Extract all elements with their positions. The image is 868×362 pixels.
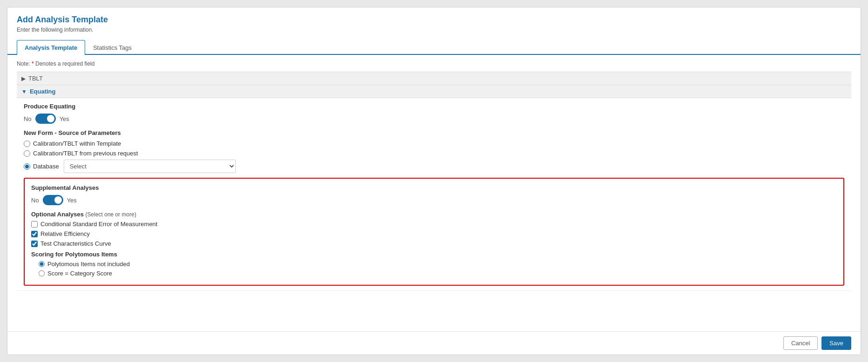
database-row: Database Select — [24, 160, 844, 173]
optional-analyses-sublabel: (Select one or more) — [86, 211, 136, 218]
equating-section-header[interactable]: ▼ Equating — [17, 85, 851, 98]
database-radio-label: Database — [33, 163, 59, 170]
equating-section-content: Produce Equating No Yes New Form - Sourc… — [17, 98, 851, 291]
supplemental-toggle-row: No Yes — [31, 195, 837, 205]
tblt-section-header[interactable]: ▶ TBLT — [17, 72, 851, 85]
radio-database[interactable]: Database — [24, 163, 59, 170]
scoring-label: Scoring for Polytomous Items — [31, 251, 837, 258]
tab-statistics-tags[interactable]: Statistics Tags — [85, 40, 140, 55]
radio-calibration-tblt-prev[interactable]: Calibration/TBLT from previous request — [24, 150, 844, 157]
supplemental-no-label: No — [31, 197, 39, 204]
page-title: Add Analysis Template — [17, 15, 851, 25]
radio-score-category-label: Score = Category Score — [47, 270, 112, 277]
supplemental-analyses-title: Supplemental Analyses — [31, 184, 837, 191]
note-prefix: Note: — [17, 60, 32, 67]
radio-polytomous-not-included-label: Polytomous Items not included — [47, 261, 130, 268]
dialog-body: Note: * Denotes a required field ▶ TBLT … — [7, 55, 861, 331]
dialog-footer: Cancel Save — [7, 331, 861, 355]
produce-equating-toggle[interactable] — [35, 114, 56, 124]
produce-equating-yes-label: Yes — [60, 115, 69, 122]
checkbox-rel-eff[interactable]: Relative Efficiency — [31, 230, 837, 237]
equating-chevron-icon: ▼ — [21, 88, 27, 95]
checkbox-csem[interactable]: Conditional Standard Error of Measuremen… — [31, 221, 837, 228]
produce-equating-label: Produce Equating — [24, 103, 844, 110]
supplemental-toggle[interactable] — [43, 195, 63, 205]
equating-section-label: Equating — [30, 88, 56, 95]
radio-score-category[interactable]: Score = Category Score — [39, 270, 837, 277]
tblt-section-label: TBLT — [28, 75, 43, 82]
radio-calibration-tblt-within-label: Calibration/TBLT within Template — [33, 140, 121, 147]
tabs-bar: Analysis Template Statistics Tags — [7, 40, 861, 55]
note-text: Denotes a required field — [34, 60, 95, 67]
checkbox-tcc-label: Test Characteristics Curve — [40, 240, 111, 247]
save-button[interactable]: Save — [821, 336, 851, 350]
optional-analyses-label: Optional Analyses (Select one or more) — [31, 211, 837, 218]
radio-polytomous-not-included[interactable]: Polytomous Items not included — [39, 261, 837, 268]
checkbox-rel-eff-label: Relative Efficiency — [40, 230, 90, 237]
cancel-button[interactable]: Cancel — [783, 336, 818, 350]
checkbox-tcc[interactable]: Test Characteristics Curve — [31, 240, 837, 247]
database-select[interactable]: Select — [64, 160, 236, 173]
produce-equating-toggle-row: No Yes — [24, 114, 844, 124]
produce-equating-no-label: No — [24, 115, 32, 122]
checkbox-csem-label: Conditional Standard Error of Measuremen… — [40, 221, 157, 228]
tblt-chevron-icon: ▶ — [21, 75, 26, 82]
supplemental-yes-label: Yes — [67, 197, 77, 204]
new-form-label: New Form - Source of Parameters — [24, 129, 844, 136]
dialog-header: Add Analysis Template Enter the followin… — [7, 7, 861, 38]
tab-analysis-template[interactable]: Analysis Template — [17, 40, 85, 55]
page-subtitle: Enter the following information. — [17, 27, 851, 33]
radio-calibration-tblt-within[interactable]: Calibration/TBLT within Template — [24, 140, 844, 147]
radio-calibration-tblt-prev-label: Calibration/TBLT from previous request — [33, 150, 138, 157]
supplemental-analyses-box: Supplemental Analyses No Yes Optional An… — [24, 178, 844, 286]
note-bar: Note: * Denotes a required field — [17, 60, 851, 67]
